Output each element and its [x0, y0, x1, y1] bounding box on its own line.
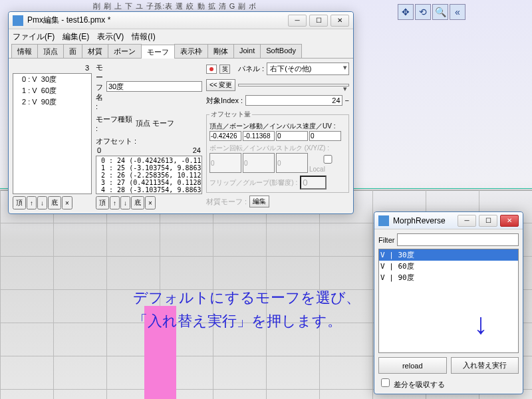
tab-face[interactable]: 面: [63, 44, 82, 58]
absorb-checkbox[interactable]: [381, 378, 390, 387]
tab-vertex[interactable]: 頂点: [37, 44, 64, 58]
collapse-icon[interactable]: «: [450, 4, 466, 20]
btn-del2[interactable]: ×: [145, 196, 156, 209]
btn-bottom[interactable]: 底: [48, 196, 61, 209]
flip-label: フリップ／グループ(影響度) :: [209, 178, 297, 188]
offset-max: 24: [193, 146, 201, 154]
tab-morph[interactable]: モーフ: [141, 45, 175, 59]
morph-name-input[interactable]: [106, 81, 202, 92]
offset-min: 0: [97, 146, 101, 154]
annotation-text: デフォルトにするモーフを選び、 「入れ替え実行」を押します。: [133, 286, 360, 332]
material-morph-label: 材質モーフ :: [206, 197, 247, 207]
minimize-button[interactable]: ─: [288, 15, 307, 27]
morph-detail-pane: モーフ名 : モーフ種類 : 頂点 モーフ オフセット : 0 24 0 : 2…: [96, 63, 202, 209]
filter-input[interactable]: [397, 233, 519, 246]
rot-y: [243, 153, 275, 173]
reload-button[interactable]: reload: [378, 357, 447, 374]
menubar: ファイル(F) 編集(E) 表示(V) 情報(I): [9, 29, 353, 44]
tab-material[interactable]: 材質: [82, 44, 108, 58]
tab-disp[interactable]: 表示枠: [174, 44, 208, 58]
pmx-editor-window: Pmx編集 - test16.pmx * ─ ☐ ✕ ファイル(F) 編集(E)…: [8, 11, 354, 214]
tabs: 情報 頂点 面 材質 ボーン モーフ 表示枠 剛体 Joint SoftBody: [9, 44, 353, 59]
menu-view[interactable]: 表示(V): [97, 31, 124, 43]
window-title-mr: MorphReverse: [393, 216, 458, 225]
close-button[interactable]: ✕: [331, 15, 349, 27]
morph-reverse-list[interactable]: V | 30度 V | 60度 V | 90度: [378, 249, 519, 353]
material-edit-button: 編集: [249, 196, 269, 207]
list-item[interactable]: V | 60度: [379, 261, 518, 272]
offset-label: オフセット :: [96, 136, 202, 146]
list-item[interactable]: V | 30度: [379, 249, 518, 261]
offset-z[interactable]: [276, 131, 308, 141]
tab-rigid[interactable]: 剛体: [207, 44, 234, 58]
morph-type-value: 頂点 モーフ: [136, 118, 174, 128]
flag-japan-icon[interactable]: [206, 65, 217, 74]
execute-button[interactable]: 入れ替え実行: [451, 357, 519, 374]
top-toolbar[interactable]: 削 刷 上 下 ユ 子孫:表 選 絞 動 拡 清 G 副 ボ: [93, 1, 257, 11]
morph-reverse-window: MorphReverse ─ ☐ ✕ Filter V | 30度 V | 60…: [374, 211, 523, 394]
minus-icon[interactable]: −: [345, 96, 349, 104]
local-checkbox: [312, 155, 344, 164]
app-icon-mr: [378, 215, 389, 226]
btn-up[interactable]: ↑: [27, 196, 37, 209]
titlebar-mr[interactable]: MorphReverse ─ ☐ ✕: [374, 212, 523, 229]
offset-x[interactable]: [209, 131, 241, 141]
rot-z: [276, 153, 308, 173]
panel-select[interactable]: 右下(その他): [267, 63, 349, 75]
morph-type-label: モーフ種類 :: [96, 114, 133, 132]
view-controls: ✥ ⟲ 🔍 «: [398, 4, 466, 20]
move-icon[interactable]: ✥: [398, 4, 414, 20]
minimize-button-mr[interactable]: ─: [458, 215, 476, 227]
btn-down[interactable]: ↓: [37, 196, 47, 209]
morph-count: 3: [13, 63, 92, 73]
app-icon: [13, 15, 23, 26]
morph-list-pane: 3 0 : V 30度 1 : V 60度 2 : V 90度 頂 ↑ ↓ 底 …: [13, 63, 92, 209]
offset-list[interactable]: 0 : 24 (-0.4242613, -0.1136806, 0) 1 : 2…: [96, 156, 202, 194]
target-index-input[interactable]: [245, 95, 342, 106]
morph-type-select[interactable]: [238, 84, 349, 86]
offset-y[interactable]: [243, 131, 275, 141]
tab-bone[interactable]: ボーン: [108, 44, 142, 58]
bone-rot-label: ボーン回転／インパルストルク (X/Y/Z) :: [209, 144, 346, 153]
offset-sub-label: 頂点／ボーン移動／インパルス速度／UV :: [209, 122, 346, 131]
titlebar[interactable]: Pmx編集 - test16.pmx * ─ ☐ ✕: [9, 12, 353, 29]
list-order-buttons: 頂 ↑ ↓ 底 ×: [13, 196, 92, 209]
menu-file[interactable]: ファイル(F): [13, 31, 55, 43]
absorb-label: 差分を吸収する: [394, 380, 445, 388]
window-title: Pmx編集 - test16.pmx *: [27, 15, 288, 26]
morph-list[interactable]: 0 : V 30度 1 : V 60度 2 : V 90度: [13, 73, 92, 194]
flag-eng-button[interactable]: 英: [219, 65, 230, 74]
maximize-button-mr[interactable]: ☐: [479, 215, 497, 227]
change-button[interactable]: << 変更: [206, 79, 235, 91]
btn-up2[interactable]: ↑: [110, 196, 120, 209]
target-index-label: 対象Index :: [206, 96, 243, 106]
flip-input: [300, 176, 327, 190]
zoom-icon[interactable]: 🔍: [432, 4, 448, 20]
tab-info[interactable]: 情報: [11, 44, 38, 58]
offset-amount-fieldset: オフセット量 頂点／ボーン移動／インパルス速度／UV : ボーン回転／インパルス…: [206, 110, 349, 193]
list-item[interactable]: V | 90度: [379, 272, 518, 283]
rot-x: [209, 153, 241, 173]
btn-del[interactable]: ×: [62, 196, 72, 209]
tab-softbody[interactable]: SoftBody: [260, 44, 302, 58]
tab-joint[interactable]: Joint: [233, 44, 261, 58]
offset-w[interactable]: [309, 131, 341, 141]
offset-order-buttons: 頂 ↑ ↓ 底 ×: [96, 196, 202, 209]
arrow-icon: ↓: [473, 307, 488, 340]
close-button-mr[interactable]: ✕: [500, 215, 519, 227]
btn-down2[interactable]: ↓: [120, 196, 130, 209]
filter-label: Filter: [378, 236, 394, 244]
morph-name-label: モーフ名 :: [96, 63, 104, 110]
panel-label: パネル :: [238, 64, 264, 74]
offset-amount-legend: オフセット量: [209, 110, 252, 119]
morph-props-pane: 英 パネル : 右下(その他) << 変更 対象Index : − オフセット量…: [206, 63, 349, 209]
btn-top2[interactable]: 頂: [96, 196, 109, 209]
menu-info[interactable]: 情報(I): [132, 31, 155, 43]
btn-bottom2[interactable]: 底: [131, 196, 144, 209]
btn-top[interactable]: 頂: [13, 196, 26, 209]
maximize-button[interactable]: ☐: [309, 15, 328, 27]
menu-edit[interactable]: 編集(E): [63, 31, 89, 43]
rotate-icon[interactable]: ⟲: [415, 4, 431, 20]
